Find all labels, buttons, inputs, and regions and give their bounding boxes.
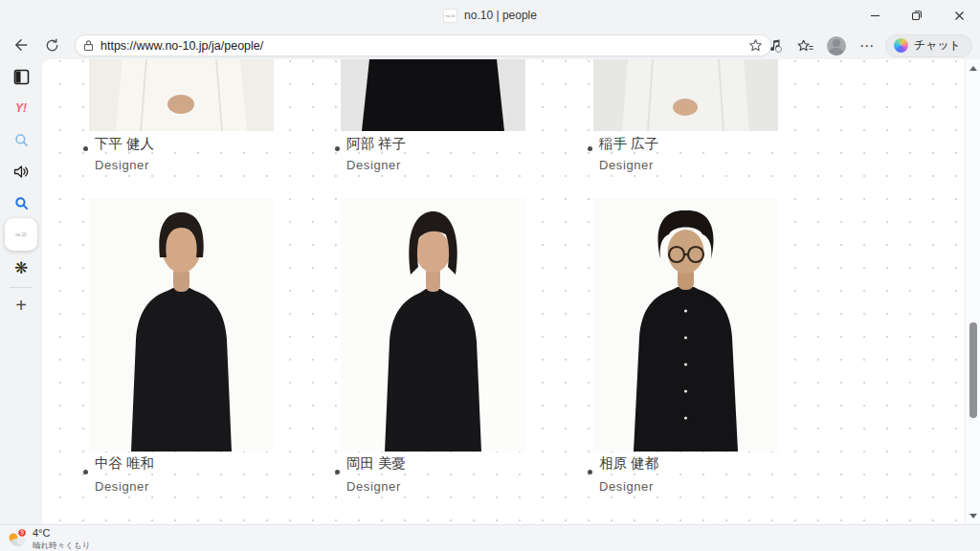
- lock-icon: [83, 39, 94, 52]
- copilot-icon: [894, 38, 908, 53]
- site-button-label: no.10: [15, 232, 26, 237]
- grid-dot: [83, 470, 88, 474]
- grid-dot: [588, 470, 592, 474]
- sidebar-divider: [10, 287, 33, 288]
- search-icon: [14, 133, 29, 147]
- media-controls-button[interactable]: [763, 33, 788, 57]
- yahoo-icon: Y!: [15, 101, 27, 115]
- person-name: 稲手 広子: [599, 135, 658, 153]
- grid-dot: [335, 146, 340, 151]
- favorites-star-icon: [797, 38, 813, 54]
- profile-avatar: [827, 36, 846, 55]
- close-button[interactable]: [938, 0, 980, 31]
- search-icon: [14, 196, 29, 210]
- favorites-button[interactable]: [793, 33, 818, 57]
- person-torso-dark: [341, 59, 525, 131]
- profile-button[interactable]: [824, 33, 849, 57]
- person-role: Designer: [346, 479, 401, 494]
- refresh-icon: [45, 38, 59, 53]
- triangle-up-icon: [969, 66, 977, 71]
- plus-icon: +: [15, 296, 27, 315]
- person-name: 下平 健人: [95, 135, 154, 153]
- page-content: 下平 健人 Designer 阿部 祥子 Designer: [42, 59, 965, 524]
- grid-dot: [83, 146, 88, 151]
- address-bar[interactable]: https://www.no-10.jp/ja/people/: [75, 34, 771, 56]
- scrollbar[interactable]: [965, 59, 980, 524]
- triangle-down-icon: [969, 514, 977, 518]
- person-role: Designer: [599, 158, 654, 172]
- back-icon: [13, 37, 29, 53]
- grid-dot: [588, 146, 592, 151]
- minimize-icon: [870, 11, 880, 21]
- weather-sun-cloud-icon: 9: [6, 528, 28, 550]
- person-name: 相原 健都: [599, 454, 658, 473]
- person-role: Designer: [346, 158, 401, 172]
- person-photo: [593, 59, 778, 131]
- person-photo: [89, 59, 274, 131]
- url-text: https://www.no-10.jp/ja/people/: [100, 39, 748, 53]
- sidebar-search-blue-button[interactable]: [0, 188, 42, 217]
- person-role: Designer: [599, 479, 654, 494]
- sidebar-add-button[interactable]: +: [0, 291, 42, 320]
- speaker-icon: [13, 165, 30, 179]
- person-name: 阿部 祥子: [346, 135, 406, 153]
- more-icon: ⋯: [859, 37, 875, 55]
- person-photo: [341, 198, 525, 452]
- window-title: no.10 | people: [464, 9, 537, 22]
- chatgpt-icon: ❋: [14, 260, 28, 276]
- browser-toolbar: https://www.no-10.jp/ja/people/: [0, 31, 980, 59]
- bookmark-star-icon[interactable]: [748, 38, 763, 53]
- copilot-chat-button[interactable]: チャット: [885, 34, 972, 57]
- back-button[interactable]: [8, 33, 34, 57]
- svg-text:9: 9: [20, 529, 24, 536]
- person-photo: [89, 198, 274, 452]
- person-photo: [341, 59, 525, 131]
- browser-window: no.10 no.10 | people: [0, 0, 980, 551]
- person-role: Designer: [95, 158, 149, 172]
- person-torso-light: [89, 59, 274, 131]
- taskbar: 9 4°C 晴れ時々くもり 検索: [0, 524, 980, 551]
- person-portrait-man: [89, 198, 274, 452]
- scrollbar-thumb[interactable]: [969, 322, 977, 418]
- minimize-button[interactable]: [854, 0, 896, 31]
- music-note-icon: [768, 38, 783, 54]
- person-photo: [593, 198, 778, 452]
- sidebar-panel-button[interactable]: [0, 62, 42, 91]
- sidebar-search-light-button[interactable]: [0, 125, 42, 154]
- person-name: 岡田 美憂: [346, 454, 406, 473]
- scroll-down-button[interactable]: [966, 509, 980, 522]
- grid-dot: [335, 470, 340, 474]
- panel-icon: [13, 69, 30, 85]
- refresh-button[interactable]: [38, 33, 65, 57]
- sidebar-site-button[interactable]: no.10: [5, 218, 37, 251]
- restore-icon: [911, 10, 923, 21]
- close-icon: [954, 11, 965, 21]
- person-name: 中谷 唯和: [95, 454, 154, 473]
- weather-widget[interactable]: 9 4°C 晴れ時々くもり: [6, 526, 90, 551]
- sidebar-chatgpt-button[interactable]: ❋: [0, 253, 42, 282]
- edge-sidebar: Y! no.10 ❋ +: [0, 59, 42, 524]
- favicon-text: no.10: [446, 13, 456, 18]
- scroll-up-button[interactable]: [966, 61, 980, 75]
- restore-button[interactable]: [896, 0, 938, 31]
- weather-temp: 4°C: [33, 527, 90, 540]
- person-torso-light: [593, 59, 778, 131]
- site-favicon: no.10: [443, 9, 457, 23]
- person-portrait-woman: [341, 198, 525, 452]
- weather-condition: 晴れ時々くもり: [33, 540, 90, 550]
- window-titlebar: no.10 no.10 | people: [0, 0, 980, 31]
- person-role: Designer: [95, 479, 149, 494]
- chat-label: チャット: [914, 37, 961, 54]
- person-portrait-man-glasses: [593, 198, 778, 452]
- sidebar-yahoo-button[interactable]: Y!: [0, 94, 42, 122]
- settings-more-button[interactable]: ⋯: [855, 33, 880, 57]
- sidebar-volume-button[interactable]: [0, 157, 42, 186]
